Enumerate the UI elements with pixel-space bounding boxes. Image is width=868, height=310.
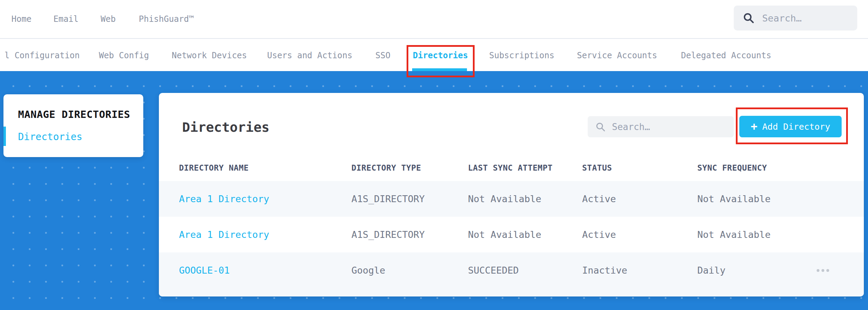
directory-name-link[interactable]: Area 1 Directory <box>179 193 351 204</box>
last-sync-cell: Not Available <box>468 229 582 240</box>
sidebar-item-directories[interactable]: Directories <box>18 131 82 143</box>
directories-panel: Directories + Add Directory DIRECTORY NA… <box>159 93 864 296</box>
nav-home[interactable]: Home <box>11 0 32 38</box>
tab-email-configuration[interactable]: l Configuration <box>5 39 80 72</box>
plus-icon: + <box>751 121 757 132</box>
page: Home Email Web PhishGuard™ l Configurati… <box>0 0 868 310</box>
primary-navbar: Home Email Web PhishGuard™ <box>0 0 868 38</box>
nav-phishguard[interactable]: PhishGuard™ <box>139 0 194 38</box>
active-tab-underline <box>412 68 467 71</box>
col-header-directory-type: DIRECTORY TYPE <box>351 163 468 172</box>
tab-web-config[interactable]: Web Config <box>99 39 149 72</box>
sidebar-active-indicator <box>3 127 6 146</box>
manage-directories-card: MANAGE DIRECTORIES Directories <box>3 94 143 157</box>
tab-sso[interactable]: SSO <box>375 39 390 72</box>
add-directory-button[interactable]: + Add Directory <box>739 116 842 137</box>
table-header-row: DIRECTORY NAME DIRECTORY TYPE LAST SYNC … <box>159 155 864 181</box>
global-search-input[interactable] <box>762 13 848 24</box>
table-row: Area 1 Directory A1S_DIRECTORY Not Avail… <box>159 217 864 252</box>
tab-subscriptions[interactable]: Subscriptions <box>489 39 554 72</box>
table-row: GOOGLE-01 Google SUCCEEDED Inactive Dail… <box>159 252 864 296</box>
sidebar-heading: MANAGE DIRECTORIES <box>18 109 130 120</box>
directory-type-cell: A1S_DIRECTORY <box>351 193 468 204</box>
tab-directories[interactable]: Directories <box>413 39 468 72</box>
tab-delegated-accounts[interactable]: Delegated Accounts <box>681 39 771 72</box>
content-background: MANAGE DIRECTORIES Directories Directori… <box>0 71 868 310</box>
search-icon <box>743 12 755 24</box>
ellipsis-icon[interactable] <box>817 266 829 275</box>
tab-users-and-actions[interactable]: Users and Actions <box>267 39 352 72</box>
col-header-sync-frequency: SYNC FREQUENCY <box>697 163 798 172</box>
add-directory-label: Add Directory <box>762 122 830 132</box>
status-cell: Active <box>582 229 697 240</box>
table-body: Area 1 Directory A1S_DIRECTORY Not Avail… <box>159 181 864 296</box>
status-cell: Inactive <box>582 265 697 276</box>
nav-web[interactable]: Web <box>101 0 116 38</box>
col-header-status: STATUS <box>582 163 697 172</box>
page-title: Directories <box>182 119 270 135</box>
col-header-last-sync-attempt: LAST SYNC ATTEMPT <box>468 163 582 172</box>
tab-network-devices[interactable]: Network Devices <box>172 39 247 72</box>
last-sync-cell: Not Available <box>468 193 582 204</box>
directory-type-cell: Google <box>351 265 468 276</box>
status-cell: Active <box>582 193 697 204</box>
settings-tab-bar: l Configuration Web Config Network Devic… <box>0 38 868 71</box>
last-sync-cell: SUCCEEDED <box>468 265 582 276</box>
tab-service-accounts[interactable]: Service Accounts <box>577 39 657 72</box>
sync-frequency-cell: Not Available <box>697 229 798 240</box>
search-icon <box>595 122 606 132</box>
directory-name-link[interactable]: Area 1 Directory <box>179 229 351 240</box>
col-header-directory-name: DIRECTORY NAME <box>179 163 351 172</box>
sync-frequency-cell: Daily <box>697 265 798 276</box>
sync-frequency-cell: Not Available <box>697 193 798 204</box>
directories-search-input[interactable] <box>612 122 726 132</box>
directories-search-box[interactable] <box>588 116 734 137</box>
directory-type-cell: A1S_DIRECTORY <box>351 229 468 240</box>
directory-name-link[interactable]: GOOGLE-01 <box>179 265 351 276</box>
table-row: Area 1 Directory A1S_DIRECTORY Not Avail… <box>159 181 864 217</box>
nav-email[interactable]: Email <box>53 0 78 38</box>
global-search-box[interactable] <box>734 6 857 31</box>
